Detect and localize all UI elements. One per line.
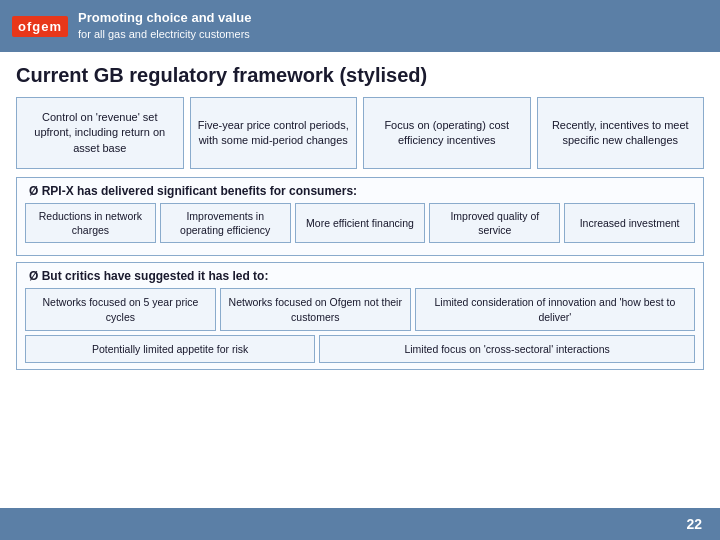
benefit-4: Improved quality of service <box>429 203 560 243</box>
critics-box-1b: Networks focused on Ofgem not their cust… <box>220 288 411 330</box>
top-box-2: Five-year price control periods, with so… <box>190 97 358 169</box>
critics-box-1c: Limited consideration of innovation and … <box>415 288 695 330</box>
rpi-section: RPI-X has delivered significant benefits… <box>16 177 704 256</box>
ofgem-logo: ofgem <box>12 16 68 37</box>
benefit-1: Reductions in network charges <box>25 203 156 243</box>
critics-row-1: Networks focused on 5 year price cycles … <box>25 288 695 330</box>
page-number: 22 <box>686 516 702 532</box>
critics-section: But critics have suggested it has led to… <box>16 262 704 370</box>
page-number-bar: 22 <box>0 508 720 540</box>
page-title: Current GB regulatory framework (stylise… <box>16 64 704 87</box>
benefit-5: Increased investment <box>564 203 695 243</box>
benefit-2: Improvements in operating efficiency <box>160 203 291 243</box>
top-box-1: Control on 'revenue' set upfront, includ… <box>16 97 184 169</box>
critics-rows: Networks focused on 5 year price cycles … <box>25 288 695 363</box>
top-box-3: Focus on (operating) cost efficiency inc… <box>363 97 531 169</box>
critics-box-2b: Limited focus on 'cross-sectoral' intera… <box>319 335 695 363</box>
tagline-sub: for all gas and electricity customers <box>78 27 251 42</box>
benefit-3: More efficient financing <box>295 203 426 243</box>
critics-box-1a: Networks focused on 5 year price cycles <box>25 288 216 330</box>
benefits-row: Reductions in network charges Improvemen… <box>25 203 695 243</box>
critics-section-label: But critics have suggested it has led to… <box>25 269 695 283</box>
critics-box-2a: Potentially limited appetite for risk <box>25 335 315 363</box>
critics-row-2: Potentially limited appetite for risk Li… <box>25 335 695 363</box>
page-header: ofgem Promoting choice and value for all… <box>0 0 720 52</box>
tagline-main: Promoting choice and value <box>78 9 251 27</box>
header-tagline: Promoting choice and value for all gas a… <box>78 9 251 43</box>
top-box-4: Recently, incentives to meet specific ne… <box>537 97 705 169</box>
top-boxes-row: Control on 'revenue' set upfront, includ… <box>16 97 704 169</box>
rpi-section-label: RPI-X has delivered significant benefits… <box>25 184 695 198</box>
main-content: Current GB regulatory framework (stylise… <box>0 52 720 384</box>
